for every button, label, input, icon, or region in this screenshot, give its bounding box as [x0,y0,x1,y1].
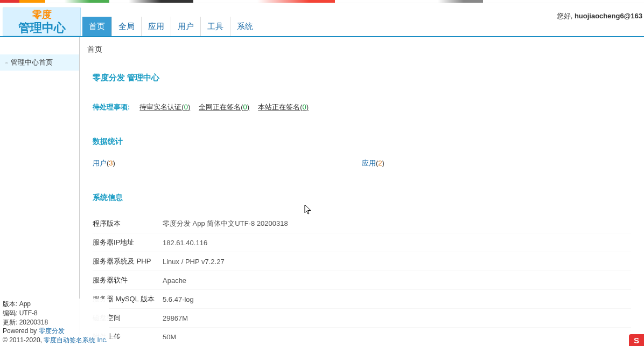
footer-encoding: 编码: UTF-8 [3,309,108,318]
table-row: 服务器 MySQL 版本5.6.47-log [93,290,631,309]
stat-users[interactable]: 用户(3) [93,158,362,168]
greeting: 您好, huojiaocheng6@163 [557,11,642,21]
greeting-prefix: 您好, [557,12,575,20]
table-row: 服务器软件Apache [93,271,631,290]
footer-powered-link[interactable]: 零度分发 [39,327,65,335]
greeting-user[interactable]: huojiaocheng6@163 [575,12,642,20]
nav-area: 首页 全局 应用 用户 工具 系统 您好, huojiaocheng6@163 [81,3,644,36]
footer: 版本: App 编码: UTF-8 更新: 20200318 Powered b… [2,299,109,346]
nav-tab-global[interactable]: 全局 [111,17,141,36]
footer-update: 更新: 20200318 [3,318,108,327]
table-row: 程序版本零度分发 App 简体中文UTF-8 20200318 [93,214,631,233]
pending-link-global-sign[interactable]: 全网正在签名(0) [199,102,249,112]
nav-tabs: 首页 全局 应用 用户 工具 系统 [82,17,260,36]
nav-tab-home[interactable]: 首页 [82,17,111,36]
footer-copy-link[interactable]: 零度自动签名系统 Inc. [44,336,108,344]
table-row: 附件上传50M [93,328,631,339]
stats-row: 用户(3) 应用(2) [93,158,631,168]
ime-badge-icon[interactable]: S [629,334,644,346]
table-row: 磁盘空间29867M [93,309,631,328]
nav-tab-tools[interactable]: 工具 [200,17,230,36]
sidebar-item-home[interactable]: 管理中心首页 [0,54,79,71]
nav-tab-app[interactable]: 应用 [141,17,171,36]
pending-row: 待处理事项: 待审实名认证(0) 全网正在签名(0) 本站正在签名(0) [93,102,631,112]
footer-copy: © 2011-2020, 零度自动签名系统 Inc. [3,336,108,345]
content: 首页 零度分发 管理中心 待处理事项: 待审实名认证(0) 全网正在签名(0) … [80,37,644,339]
logo[interactable]: 零度 管理中心 [3,8,81,36]
table-row: 服务器IP地址182.61.40.116 [93,233,631,252]
logo-bottom-text: 管理中心 [18,21,66,35]
nav-tab-user[interactable]: 用户 [171,17,200,36]
sysinfo-table: 程序版本零度分发 App 简体中文UTF-8 20200318 服务器IP地址1… [93,214,631,339]
nav-tab-system[interactable]: 系统 [230,17,260,36]
stats-title: 数据统计 [93,137,631,147]
page-title: 零度分发 管理中心 [93,73,631,83]
footer-version: 版本: App [3,300,108,309]
breadcrumb: 首页 [80,37,644,54]
sidebar: 管理中心首页 [0,37,80,339]
logo-top-text: 零度 [32,9,52,21]
pending-link-realname[interactable]: 待审实名认证(0) [139,102,190,112]
main-wrap: 管理中心首页 首页 零度分发 管理中心 待处理事项: 待审实名认证(0) 全网正… [0,37,644,339]
footer-powered: Powered by 零度分发 [3,327,108,336]
header: 零度 管理中心 首页 全局 应用 用户 工具 系统 您好, huojiaoche… [0,3,644,37]
pending-link-site-sign[interactable]: 本站正在签名(0) [258,102,309,112]
pending-label: 待处理事项: [93,102,130,112]
inner-box: 零度分发 管理中心 待处理事项: 待审实名认证(0) 全网正在签名(0) 本站正… [87,54,636,339]
stat-apps[interactable]: 应用(2) [362,158,631,168]
sysinfo-title: 系统信息 [93,193,631,203]
table-row: 服务器系统及 PHPLinux / PHP v7.2.27 [93,252,631,271]
